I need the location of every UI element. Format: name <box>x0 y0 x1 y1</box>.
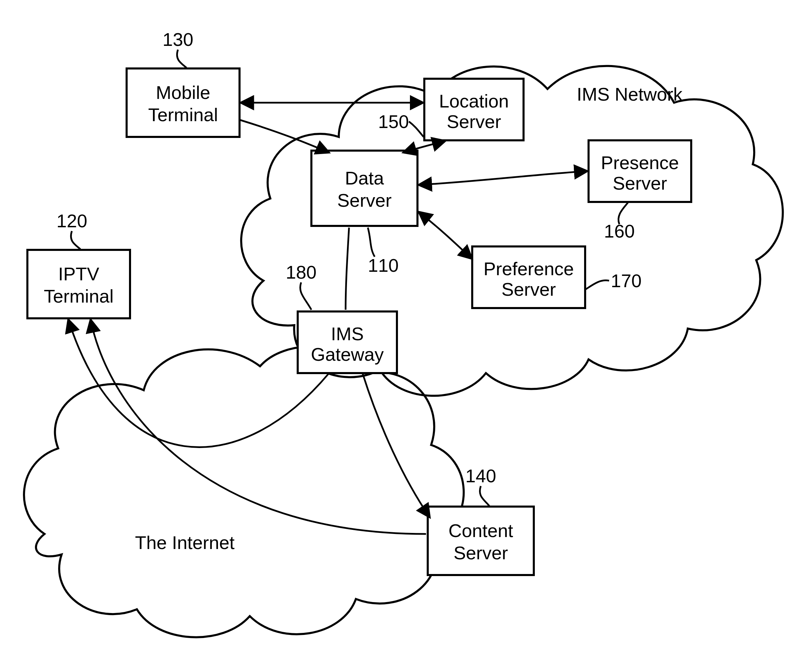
edge-data-presence <box>419 171 587 185</box>
ims-gateway-ref: 180 <box>286 262 316 282</box>
edge-data-location <box>404 141 445 152</box>
node-mobile-terminal: Mobile Terminal 130 <box>127 29 239 137</box>
location-server-label-1: Location <box>439 91 509 111</box>
node-ims-gateway: IMS Gateway 180 <box>286 262 397 373</box>
data-server-ref: 110 <box>368 255 399 275</box>
location-server-ref: 150 <box>378 111 409 132</box>
node-presence-server: Presence Server 160 <box>589 140 691 241</box>
cloud-ims-label: IMS Network <box>576 84 683 104</box>
content-server-label-1: Content <box>448 520 513 541</box>
node-preference-server: Preference Server 170 <box>472 246 642 308</box>
node-data-server: Data Server 110 <box>312 150 418 275</box>
edge-data-imsgw <box>345 228 349 310</box>
ims-gateway-label-1: IMS <box>331 323 364 344</box>
preference-server-label-1: Preference <box>484 259 574 279</box>
iptv-terminal-label-2: Terminal <box>44 286 114 306</box>
presence-server-label-1: Presence <box>601 152 679 173</box>
mobile-terminal-ref: 130 <box>163 29 193 50</box>
iptv-terminal-ref: 120 <box>57 210 87 231</box>
cloud-internet: The Internet <box>24 346 464 637</box>
presence-server-label-2: Server <box>612 173 667 193</box>
content-server-ref: 140 <box>465 466 496 486</box>
location-server-label-2: Server <box>447 111 501 132</box>
ims-gateway-label-2: Gateway <box>311 344 384 364</box>
mobile-terminal-label-2: Terminal <box>148 104 218 125</box>
cloud-internet-label: The Internet <box>135 532 234 553</box>
node-content-server: Content Server 140 <box>428 466 534 575</box>
data-server-label-1: Data <box>345 168 384 188</box>
mobile-terminal-label-1: Mobile <box>156 82 210 103</box>
data-server-label-2: Server <box>337 190 391 210</box>
content-server-label-2: Server <box>454 543 508 563</box>
node-location-server: Location Server 150 <box>378 79 523 140</box>
preference-server-label-2: Server <box>501 279 556 299</box>
edge-data-preference <box>419 212 471 259</box>
node-iptv-terminal: IPTV Terminal 120 <box>27 210 130 318</box>
iptv-terminal-label-1: IPTV <box>58 264 99 284</box>
preference-server-ref: 170 <box>611 270 642 291</box>
